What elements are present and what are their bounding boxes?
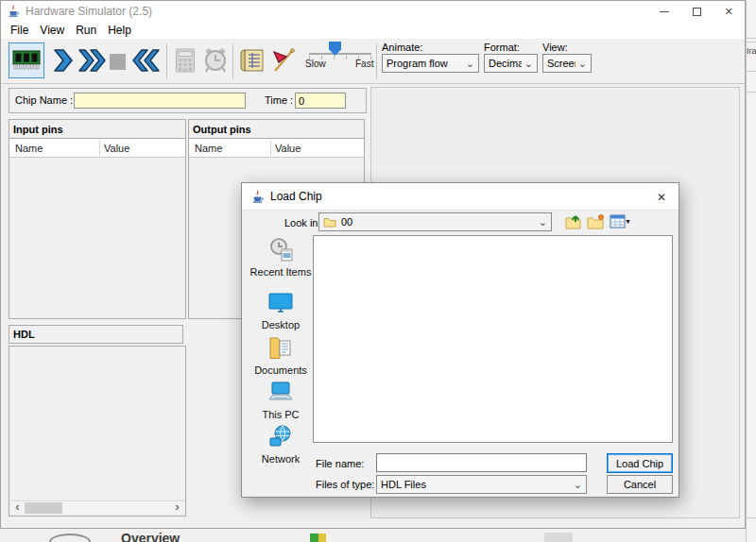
menu-view[interactable]: View: [34, 24, 70, 37]
time-label: Time :: [265, 89, 293, 112]
file-name-input[interactable]: [376, 453, 587, 472]
load-chip-dialog: Load Chip ✕ Look in: 00 ⌄: [241, 182, 679, 498]
dialog-title-bar: Load Chip ✕: [242, 183, 679, 211]
place-desktop[interactable]: Desktop: [249, 291, 313, 330]
dialog-cancel-button[interactable]: Cancel: [607, 475, 673, 494]
place-label: Desktop: [249, 319, 313, 330]
view-hdl-button[interactable]: [239, 44, 266, 76]
java-app-icon: [7, 5, 20, 18]
scroll-right-arrow-icon[interactable]: ›: [170, 501, 184, 515]
background-bottom-text-fragment: Overview: [121, 531, 180, 542]
rewind-icon: [132, 48, 161, 73]
fast-forward-icon: [77, 48, 106, 73]
chip-name-bar: Chip Name : Time :: [9, 88, 367, 113]
files-of-type-label: Files of type:: [316, 479, 374, 490]
new-folder-button[interactable]: [585, 212, 606, 231]
close-icon: ✕: [657, 191, 666, 204]
minimize-button[interactable]: [648, 1, 680, 22]
format-select[interactable]: Decimal ⌄: [484, 54, 538, 73]
gray-box-fragment: [544, 533, 573, 542]
place-recent-items[interactable]: Recent Items: [249, 237, 313, 278]
value-column-header: Value: [275, 139, 301, 158]
format-label: Format:: [484, 42, 520, 53]
column-divider: [99, 141, 100, 156]
place-documents[interactable]: Documents: [249, 335, 313, 376]
toolbar-separator: [166, 43, 167, 79]
close-icon: ✕: [724, 6, 732, 18]
close-button[interactable]: ✕: [713, 1, 745, 22]
files-of-type-value: HDL Files: [381, 479, 571, 490]
output-pins-title: Output pins: [189, 120, 364, 139]
script-scroll-icon: [240, 47, 265, 74]
chip-name-label: Chip Name :: [15, 89, 73, 112]
hdl-panel-body[interactable]: ‹ ›: [9, 346, 186, 517]
file-name-label: File name:: [316, 458, 364, 469]
reset-button[interactable]: [131, 43, 162, 77]
file-list-area[interactable]: [313, 235, 673, 443]
scrollbar-thumb[interactable]: [25, 502, 62, 514]
animate-select[interactable]: Program flow ⌄: [382, 54, 479, 73]
toolbar: Slow Fast Animate: Program flow ⌄ Format…: [1, 39, 745, 84]
breakpoints-button[interactable]: [269, 43, 298, 77]
place-label: Network: [249, 453, 313, 465]
menu-file[interactable]: File: [5, 24, 34, 37]
maximize-button[interactable]: [680, 1, 713, 22]
menu-help[interactable]: Help: [102, 24, 137, 37]
documents-icon: [266, 335, 295, 361]
menu-bar: File View Run Help: [1, 22, 745, 39]
view-menu-button[interactable]: ▾: [607, 212, 633, 231]
chevron-down-icon: ⌄: [466, 59, 474, 68]
details-view-icon: [610, 214, 626, 229]
hdl-horizontal-scrollbar[interactable]: ‹ ›: [10, 500, 184, 515]
red-flag-icon: [270, 47, 297, 74]
name-column-header: Name: [15, 139, 43, 158]
single-step-button[interactable]: [50, 43, 75, 77]
load-chip-button[interactable]: [9, 42, 44, 78]
speed-slider-track[interactable]: [309, 53, 371, 55]
desktop-icon: [266, 291, 295, 315]
chip-name-input[interactable]: [74, 93, 246, 109]
up-folder-icon: [565, 214, 582, 229]
input-pins-table-body[interactable]: [9, 158, 185, 318]
view-select[interactable]: Screen ⌄: [542, 54, 592, 73]
chevron-down-icon: ⌄: [578, 59, 587, 68]
chevron-down-icon: ⌄: [539, 217, 547, 227]
step-forward-icon: [51, 48, 74, 73]
scroll-left-arrow-icon[interactable]: ‹: [10, 501, 25, 515]
stop-button[interactable]: [107, 52, 128, 71]
up-one-level-button[interactable]: [563, 212, 584, 231]
dialog-close-button[interactable]: ✕: [644, 183, 679, 211]
background-window-right-fragment: Irav: [746, 0, 756, 542]
screen: Irav Overview Hardware Simulator (2.5): [0, 0, 756, 542]
time-field: [295, 93, 346, 109]
look-in-select[interactable]: 00 ⌄: [318, 212, 552, 231]
view-menu-caret-icon: ▾: [626, 217, 629, 226]
hdl-panel-title: HDL: [9, 325, 183, 344]
toolbar-separator: [376, 43, 377, 79]
place-label: This PC: [249, 409, 313, 420]
animate-label: Animate:: [382, 42, 422, 53]
input-pins-panel: Input pins Name Value: [9, 119, 186, 319]
menu-run[interactable]: Run: [70, 24, 102, 37]
folder-icon: [323, 216, 336, 228]
toolbar-separator: [232, 43, 233, 79]
dialog-title: Load Chip: [270, 190, 322, 203]
slider-fast-label: Fast: [355, 59, 373, 69]
files-of-type-select[interactable]: HDL Files ⌄: [376, 475, 587, 494]
place-this-pc[interactable]: This PC: [249, 380, 313, 420]
chevron-down-icon: ⌄: [574, 480, 582, 489]
chevron-down-icon: ⌄: [524, 59, 533, 68]
column-divider: [270, 141, 271, 156]
place-network[interactable]: Network: [249, 424, 313, 465]
dialog-load-chip-button[interactable]: Load Chip: [607, 453, 673, 473]
network-icon: [266, 424, 295, 449]
run-button[interactable]: [77, 43, 107, 77]
output-pins-header-row: Name Value: [189, 139, 364, 158]
new-folder-icon: [587, 214, 604, 229]
look-in-value: 00: [341, 216, 536, 228]
clock-button-disabled: [201, 43, 230, 77]
view-label: View:: [542, 42, 568, 53]
name-column-header: Name: [195, 139, 222, 158]
calculator-icon: [175, 48, 196, 73]
calculator-button-disabled: [173, 45, 198, 76]
